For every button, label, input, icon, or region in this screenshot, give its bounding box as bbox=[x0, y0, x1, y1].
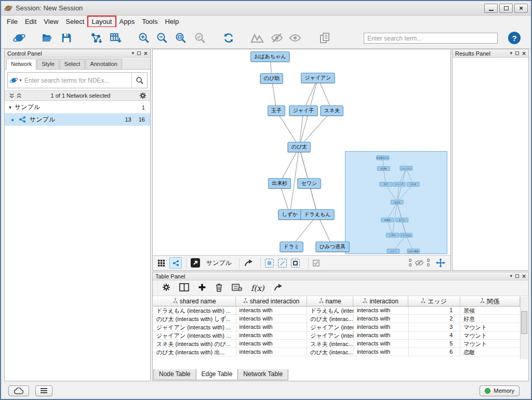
table-cell[interactable]: のび太 (interacts with) しず... bbox=[153, 315, 236, 323]
table-cell[interactable]: interacts with bbox=[354, 348, 409, 356]
panel-menu-icon[interactable]: ▾ bbox=[510, 274, 512, 278]
ndex-search-input[interactable] bbox=[23, 76, 131, 85]
add-column-icon[interactable] bbox=[198, 283, 206, 294]
table-row[interactable]: のび太 (interacts with) 出...interacts withの… bbox=[153, 348, 520, 356]
table-cell[interactable]: interacts with bbox=[354, 331, 409, 340]
graph-node[interactable]: ドラえもん bbox=[300, 209, 334, 220]
column-header-3[interactable]: interaction bbox=[353, 297, 408, 306]
column-header-5[interactable]: 関係 bbox=[460, 297, 520, 306]
table-cell[interactable]: マウント bbox=[460, 340, 520, 348]
save-session-button[interactable] bbox=[60, 31, 73, 45]
graph-node[interactable]: ジャイ子 bbox=[289, 105, 318, 116]
table-settings-gear-icon[interactable] bbox=[162, 283, 170, 294]
table-cell[interactable]: スネ夫 (interac... bbox=[307, 340, 354, 348]
table-row[interactable]: ドラえもん (interacts with) ...interacts with… bbox=[153, 306, 520, 315]
tab-select[interactable]: Select bbox=[60, 59, 85, 69]
menu-item-select[interactable]: Select bbox=[62, 16, 88, 27]
collapse-all-icon[interactable] bbox=[8, 92, 15, 99]
tree-expander-icon[interactable]: ▾ bbox=[9, 104, 11, 110]
zoom-out-button[interactable] bbox=[155, 31, 169, 45]
column-header-4[interactable]: エッジ bbox=[408, 297, 460, 306]
tab-network[interactable]: Network bbox=[6, 59, 36, 70]
open-session-button[interactable] bbox=[40, 31, 54, 45]
help-button[interactable]: ? bbox=[508, 32, 521, 44]
table-cell[interactable]: 5 bbox=[409, 340, 461, 348]
table-cell[interactable]: のび太 (interac... bbox=[307, 348, 354, 356]
gear-icon[interactable] bbox=[139, 91, 147, 100]
table-row[interactable]: のび太 (interacts with) しず...interacts with… bbox=[153, 315, 520, 323]
show-columns-icon[interactable] bbox=[179, 283, 189, 294]
menu-item-edit[interactable]: Edit bbox=[21, 16, 40, 27]
table-cell[interactable]: interacts with bbox=[236, 348, 308, 356]
graph-node[interactable]: しずか bbox=[278, 209, 302, 220]
table-row[interactable]: スネ夫 (interacts with) のび...interacts with… bbox=[153, 340, 520, 348]
table-cell[interactable]: interacts with bbox=[354, 340, 409, 348]
table-cell[interactable]: interacts with bbox=[354, 323, 409, 331]
table-cell[interactable]: 恋敵 bbox=[460, 348, 520, 356]
menu-item-tools[interactable]: Tools bbox=[138, 16, 161, 27]
table-cell[interactable]: マウント bbox=[460, 331, 520, 340]
cloud-services-button[interactable] bbox=[8, 385, 29, 396]
menu-item-view[interactable]: View bbox=[40, 16, 62, 27]
expand-all-icon[interactable] bbox=[15, 92, 22, 99]
table-cell[interactable]: interacts with bbox=[236, 306, 308, 315]
table-cell[interactable]: ジャイアン (interacts with) ... bbox=[153, 331, 236, 340]
panel-float-icon[interactable] bbox=[515, 51, 519, 55]
panel-menu-icon[interactable]: ▾ bbox=[510, 51, 512, 56]
panel-float-icon[interactable] bbox=[515, 274, 519, 278]
table-scrollbar[interactable] bbox=[520, 297, 528, 359]
function-builder-icon[interactable]: f(x) bbox=[251, 284, 264, 293]
table-cell[interactable]: ジャイアン (inter... bbox=[307, 323, 354, 331]
table-cell[interactable]: ジャイアン (interacts with) ... bbox=[153, 323, 236, 331]
graph-node[interactable]: おばあちゃん bbox=[250, 51, 289, 62]
zoom-selected-button[interactable] bbox=[193, 31, 207, 45]
clear-table-icon[interactable] bbox=[232, 284, 242, 294]
pan-mode-icon[interactable] bbox=[436, 258, 445, 268]
table-cell[interactable]: ジャイアン (inter... bbox=[307, 331, 354, 340]
table-cell[interactable]: interacts with bbox=[354, 315, 409, 323]
graph-node[interactable]: のび太 bbox=[288, 142, 311, 152]
tab-annotation[interactable]: Annotation bbox=[85, 59, 122, 69]
table-cell[interactable]: 6 bbox=[409, 348, 461, 356]
table-row[interactable]: ジャイアン (interacts with) ...interacts with… bbox=[153, 331, 520, 340]
graph-node[interactable]: ひみつ道具 bbox=[316, 242, 350, 252]
table-cell[interactable]: のび太 (interacts with) 出... bbox=[153, 348, 236, 356]
maximize-button[interactable] bbox=[499, 4, 513, 13]
table-cell[interactable]: 3 bbox=[409, 323, 461, 331]
search-input[interactable] bbox=[364, 33, 498, 44]
select-mode-all-icon[interactable] bbox=[291, 259, 300, 268]
tab-node-table[interactable]: Node Table bbox=[153, 369, 196, 380]
tab-edge-table[interactable]: Edge Table bbox=[196, 369, 238, 380]
graph-node[interactable]: ドラミ bbox=[280, 242, 303, 252]
show-all-button[interactable] bbox=[288, 31, 302, 45]
panel-menu-icon[interactable]: ▾ bbox=[131, 51, 134, 56]
table-cell[interactable]: interacts with bbox=[236, 340, 308, 348]
task-history-button[interactable] bbox=[35, 385, 52, 396]
close-button[interactable]: × bbox=[514, 4, 528, 13]
panel-close-icon[interactable]: × bbox=[144, 50, 148, 57]
selection-checkbox-icon[interactable] bbox=[313, 260, 320, 266]
network-canvas[interactable]: おばあちゃんのび助ジャイアン玉子ジャイ子スネ夫のび太出来杉セワシしずかドラえもん… bbox=[153, 49, 450, 255]
memory-button[interactable]: Memory bbox=[480, 385, 520, 396]
table-cell[interactable]: interacts with bbox=[236, 323, 308, 331]
graph-node[interactable]: のび助 bbox=[260, 73, 283, 84]
table-cell[interactable]: interacts with bbox=[354, 306, 409, 315]
menu-item-layout[interactable]: Layout bbox=[88, 16, 115, 27]
menu-item-help[interactable]: Help bbox=[162, 16, 183, 27]
tab-network-table[interactable]: Network Table bbox=[237, 369, 288, 380]
graph-node[interactable]: スネ夫 bbox=[321, 105, 343, 116]
collection-row[interactable]: ▾ サンプル 1 bbox=[5, 101, 150, 113]
table-cell[interactable]: 2 bbox=[409, 315, 461, 323]
search-provider-dropdown[interactable]: ▾ bbox=[8, 76, 23, 85]
open-in-new-icon[interactable] bbox=[191, 258, 200, 268]
refresh-layout-button[interactable] bbox=[222, 31, 235, 45]
table-cell[interactable]: 居候 bbox=[460, 306, 520, 315]
select-mode-edges-icon[interactable] bbox=[278, 259, 287, 268]
graph-node[interactable]: 玉子 bbox=[268, 105, 285, 116]
birdseye-toggle-button[interactable] bbox=[169, 257, 182, 269]
first-neighbors-button[interactable] bbox=[250, 31, 266, 45]
panel-close-icon[interactable]: × bbox=[522, 50, 526, 57]
select-mode-nodes-icon[interactable] bbox=[265, 259, 274, 268]
table-cell[interactable]: ドラえもん (inter... bbox=[307, 306, 354, 315]
tab-style[interactable]: Style bbox=[37, 59, 59, 69]
